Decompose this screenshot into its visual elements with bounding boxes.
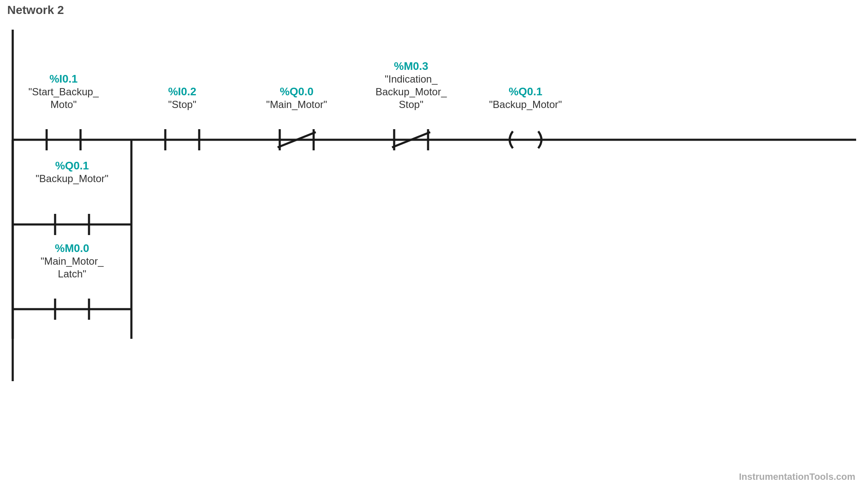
io1-label2: Moto"	[50, 99, 77, 110]
m03-tag: %M0.3	[394, 60, 428, 72]
m00-par-label2: Latch"	[58, 268, 86, 280]
m03-label1: "Indication_	[385, 73, 438, 85]
watermark: InstrumentationTools.com	[739, 471, 855, 482]
m00-par-tag: %M0.0	[55, 242, 89, 255]
io1-label1: "Start_Backup_	[28, 86, 99, 97]
q01-par-label: "Backup_Motor"	[36, 173, 108, 184]
io2-tag: %I0.2	[168, 85, 197, 98]
m03-label2: Backup_Motor_	[376, 86, 447, 97]
q01-par-tag: %Q0.1	[55, 159, 89, 172]
io2-label: "Stop"	[168, 99, 196, 110]
q00-label: "Main_Motor"	[266, 99, 327, 110]
m00-par-label1: "Main_Motor_	[41, 255, 104, 267]
q00-tag: %Q0.0	[280, 85, 314, 98]
q01-coil-tag: %Q0.1	[509, 85, 542, 98]
q01-coil-label: "Backup_Motor"	[489, 99, 562, 110]
io1-tag: %I0.1	[50, 72, 78, 85]
m03-label3: Stop"	[399, 99, 423, 110]
